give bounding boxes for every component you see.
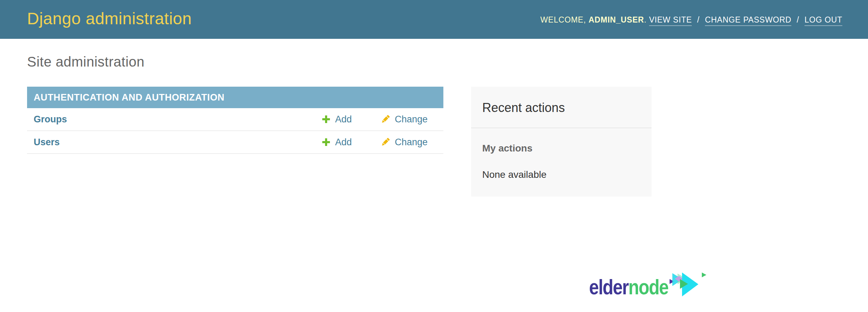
change-password-link[interactable]: CHANGE PASSWORD — [705, 15, 791, 26]
users-add-button[interactable]: Add — [321, 137, 352, 148]
my-actions-heading: My actions — [471, 128, 652, 154]
user-tools: WELCOME, ADMIN_USER. VIEW SITE / CHANGE … — [541, 15, 842, 25]
pencil-icon — [380, 137, 391, 147]
users-change-cell: Change — [380, 137, 433, 148]
groups-link[interactable]: Groups — [34, 114, 67, 125]
users-add-cell: Add — [321, 137, 380, 148]
groups-change-cell: Change — [380, 114, 433, 125]
auth-app-link[interactable]: AUTHENTICATION AND AUTHORIZATION — [34, 92, 224, 103]
recent-actions-panel: Recent actions My actions None available — [471, 87, 652, 197]
add-label: Add — [335, 137, 352, 148]
table-row-users: Users Add — [27, 131, 443, 154]
no-actions-text: None available — [471, 154, 652, 180]
brand-title[interactable]: Django administration — [27, 10, 192, 28]
logo-text-elder: elder — [589, 275, 628, 299]
plus-icon — [321, 114, 331, 124]
page: Django administration WELCOME, ADMIN_USE… — [0, 0, 868, 312]
log-out-link[interactable]: LOG OUT — [805, 15, 842, 26]
app-header: Django administration WELCOME, ADMIN_USE… — [0, 0, 868, 39]
auth-module: AUTHENTICATION AND AUTHORIZATION Groups … — [27, 87, 443, 154]
logo-text-node: node — [628, 275, 668, 299]
add-label: Add — [335, 114, 352, 125]
users-change-button[interactable]: Change — [380, 137, 428, 148]
welcome-period: . — [644, 15, 646, 24]
module-caption: AUTHENTICATION AND AUTHORIZATION — [27, 87, 443, 108]
view-site-link[interactable]: VIEW SITE — [649, 15, 692, 26]
change-label: Change — [395, 137, 428, 148]
link-separator: / — [697, 15, 700, 24]
logo-triangles-icon — [667, 270, 707, 301]
users-link[interactable]: Users — [34, 137, 60, 148]
eldernode-logo: eldernode — [589, 270, 707, 304]
groups-add-button[interactable]: Add — [321, 114, 352, 125]
plus-icon — [321, 137, 331, 147]
table-row-groups: Groups Add — [27, 108, 443, 131]
pencil-icon — [380, 114, 391, 124]
link-separator: / — [797, 15, 799, 24]
groups-add-cell: Add — [321, 114, 380, 125]
change-label: Change — [395, 114, 428, 125]
page-title: Site administration — [27, 54, 145, 70]
recent-actions-title: Recent actions — [471, 87, 652, 115]
groups-change-button[interactable]: Change — [380, 114, 428, 125]
username: ADMIN_USER — [588, 15, 644, 24]
eldernode-logo-text: eldernode — [589, 275, 668, 299]
welcome-text: WELCOME, — [541, 15, 586, 24]
